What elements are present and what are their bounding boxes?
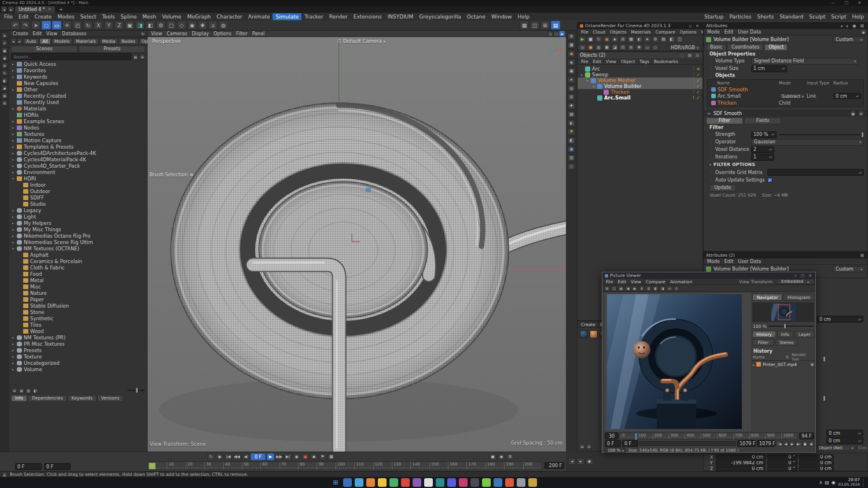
octane-tool-icon[interactable]: ⚙ xyxy=(652,36,659,43)
menu-item[interactable]: Window xyxy=(488,13,515,20)
octane-tool-icon[interactable]: ◪ xyxy=(611,44,619,51)
strength-slider[interactable] xyxy=(779,134,864,135)
menu-item[interactable]: MoGraph xyxy=(184,13,214,20)
coords-mode-dropdown[interactable]: Object (Rel) ▾ xyxy=(816,445,856,451)
octane-menu-item[interactable]: Materials xyxy=(628,29,653,35)
enabled-check-icon[interactable]: ✓ xyxy=(696,72,700,77)
table-row[interactable]: SDF Smooth xyxy=(708,86,863,93)
pv-range-end2[interactable]: 1079 F xyxy=(757,440,775,447)
toolbar-icon[interactable]: ⌂ xyxy=(208,21,218,29)
slider-handle[interactable] xyxy=(135,387,138,393)
octane-menu-item[interactable]: Cloud xyxy=(591,29,608,35)
toolbar-icon[interactable]: X xyxy=(94,21,103,29)
tree-item[interactable]: Metal xyxy=(9,277,147,283)
toolbar-icon[interactable]: ▣ xyxy=(125,21,134,29)
pv-tool-icon[interactable]: ▭ xyxy=(667,286,672,291)
search-input[interactable] xyxy=(11,53,131,60)
stepper-icon[interactable]: ▴▾ xyxy=(768,148,772,151)
asset-menu-item[interactable]: Databases xyxy=(60,31,89,36)
table-row[interactable]: Thicken Child xyxy=(708,99,863,106)
tree-item[interactable]: Synthetic xyxy=(9,315,147,321)
stepper-icon[interactable]: ▴▾ xyxy=(855,95,859,98)
panel-menu-icon[interactable]: ▤ xyxy=(859,253,865,258)
asset-tab[interactable]: Nodes xyxy=(119,38,138,45)
layout-item[interactable]: Sculpt xyxy=(806,13,828,20)
lock-icon[interactable]: ● xyxy=(851,24,857,28)
object-row[interactable]: ▾ Volume Mesher : ✓ xyxy=(578,77,703,83)
expander-icon[interactable]: ▸ xyxy=(11,119,15,123)
toolbar-icon[interactable]: ◇ xyxy=(177,21,186,29)
octane-minimize-icon[interactable]: ▫ xyxy=(687,24,693,28)
pv-transport-icon[interactable]: ▶| xyxy=(796,441,801,446)
sdf-tab[interactable]: Filter xyxy=(706,117,743,124)
document-tab[interactable]: Untitled 4 * ✕ xyxy=(15,6,55,13)
tree-item[interactable]: Wood xyxy=(9,328,147,334)
asset-tab[interactable]: Auto xyxy=(23,38,39,45)
volume-type-dropdown[interactable]: Signed Distance Field ▾ xyxy=(751,58,859,65)
tree-item[interactable]: Stable Diffusion xyxy=(9,302,147,309)
expander-icon[interactable]: ▸ xyxy=(11,75,15,79)
sdf-tab[interactable]: Fields xyxy=(744,117,781,124)
stepper-icon[interactable]: ▴▾ xyxy=(857,432,861,435)
tool-rail-icon[interactable]: ▦ xyxy=(2,47,8,53)
pv-menu-item[interactable]: File xyxy=(604,279,616,284)
keyframe-icon[interactable]: ◆ xyxy=(586,458,593,465)
enabled-check-icon[interactable]: ✕ xyxy=(696,66,700,72)
expander-icon[interactable]: ▸ xyxy=(11,170,15,174)
tree-item[interactable]: ▸ Volume xyxy=(9,366,147,372)
expander-icon[interactable]: ▾ xyxy=(709,162,711,167)
tree-item[interactable]: Nature xyxy=(9,290,147,296)
taskbar-app-icon[interactable] xyxy=(424,478,433,487)
visibility-dots-icon[interactable]: : xyxy=(693,66,695,71)
tree-item[interactable]: ▸ Nikomedias Scene Rig Ultim xyxy=(9,239,147,245)
tree-item[interactable]: Misc xyxy=(9,283,147,290)
rail-icon[interactable]: ◇ xyxy=(568,163,575,170)
octane-menu-item[interactable]: Options xyxy=(678,29,699,35)
toolbar-icon[interactable]: ↻ xyxy=(83,21,93,29)
layout-item[interactable]: Startup xyxy=(701,13,726,20)
octane-tool-icon[interactable]: ▭ xyxy=(643,44,651,51)
menu-item[interactable]: Mesh xyxy=(139,13,159,20)
tab-close-icon[interactable]: ✕ xyxy=(48,7,52,12)
tool-rail-icon[interactable]: ⊞ xyxy=(2,62,8,68)
menu-item[interactable]: Octane xyxy=(464,13,488,20)
override-link-field[interactable]: ▴▾ xyxy=(767,169,864,176)
taskbar-app-icon[interactable] xyxy=(517,478,525,487)
expander-icon[interactable]: ▸ xyxy=(753,363,755,367)
tab-add-icon[interactable]: + xyxy=(56,6,67,12)
tool-rail-icon[interactable]: ✛ xyxy=(2,40,8,46)
expander-icon[interactable]: ▾ xyxy=(586,79,589,83)
key-prev-icon[interactable]: ◂ xyxy=(568,458,576,465)
expander-icon[interactable]: ▸ xyxy=(11,62,15,66)
timeline-icon[interactable]: ◆ xyxy=(498,453,505,460)
pv-nav-tab[interactable]: Histogram xyxy=(784,294,814,301)
rail-icon[interactable]: ▥ xyxy=(568,154,575,161)
transport-icon[interactable]: ▶ xyxy=(267,453,274,460)
tree-item[interactable]: ▸ Textures xyxy=(9,131,147,137)
expander-icon[interactable]: ▸ xyxy=(11,367,15,371)
stepper-icon[interactable]: ▴▾ xyxy=(858,171,862,174)
table-row[interactable]: Arc.Small Subtract▾ Link 0 cm▴▾ xyxy=(708,93,863,99)
history-forward-icon[interactable]: ▸ xyxy=(845,24,850,28)
add-material-icon[interactable]: ⊞ xyxy=(579,443,585,449)
transport-icon[interactable]: ▦ xyxy=(328,453,335,460)
asset-subtab[interactable]: Presets xyxy=(79,46,145,53)
toolbar-icon[interactable]: ✛ xyxy=(62,21,72,29)
tree-item[interactable]: ▸ Keywords xyxy=(9,73,147,80)
viewport-maximize-icon[interactable]: ⊞ xyxy=(559,31,565,36)
current-frame-field[interactable]: 0 F xyxy=(251,453,266,460)
pv-tool-icon[interactable]: ◫ xyxy=(611,286,617,291)
rotation-field[interactable]: 0 ° xyxy=(767,460,797,465)
clock[interactable]: 20:07 03.05.2024 xyxy=(838,478,860,487)
toolbar-icon[interactable]: ↶ xyxy=(10,21,20,29)
sdf-add-icon[interactable]: ⊕ xyxy=(858,110,864,116)
rail-icon[interactable]: ⚙ xyxy=(568,33,575,40)
thumb-view-icon[interactable]: ▥ xyxy=(25,387,31,393)
preset-dropdown[interactable]: Custom ▾ xyxy=(833,266,865,272)
navigator-thumbnail[interactable] xyxy=(771,304,796,321)
transport-icon[interactable]: ◆ xyxy=(216,453,223,460)
toolbar-icon[interactable]: ◍ xyxy=(219,21,228,29)
asset-bottom-tab[interactable]: Info xyxy=(11,395,27,402)
viewport-menu-item[interactable]: Filter xyxy=(234,31,250,36)
expander-icon[interactable]: ▸ xyxy=(11,125,15,130)
